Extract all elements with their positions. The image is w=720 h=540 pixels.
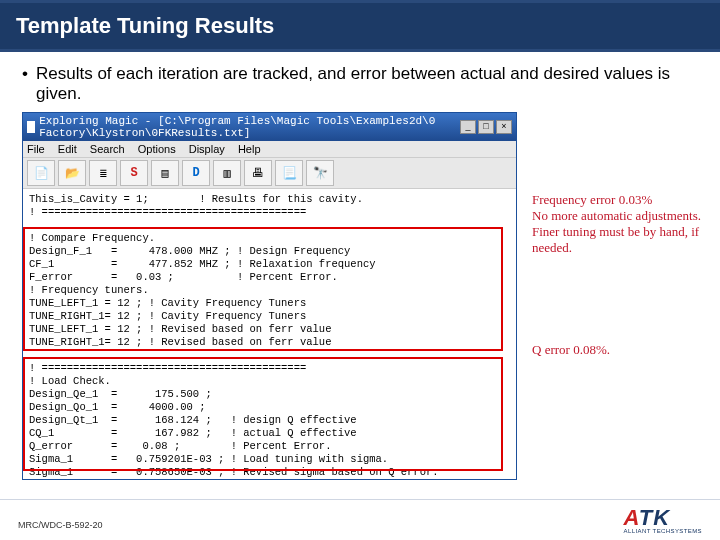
- footer-code: MRC/WDC-B-592-20: [18, 520, 103, 530]
- annotation-q: Q error 0.08%.: [532, 342, 707, 358]
- bars2-icon[interactable]: ▥: [213, 160, 241, 186]
- annotation-frequency: Frequency error 0.03% No more automatic …: [532, 192, 707, 256]
- minimize-button[interactable]: _: [460, 120, 476, 134]
- file-icon[interactable]: 📄: [27, 160, 55, 186]
- logo-rest: TK: [639, 505, 670, 530]
- text-lines: This_is_Cavity = 1; ! Results for this c…: [29, 193, 510, 479]
- bullet-dot: •: [22, 64, 36, 104]
- open-icon[interactable]: 📂: [58, 160, 86, 186]
- s-badge-icon[interactable]: S: [120, 160, 148, 186]
- list-icon[interactable]: ≣: [89, 160, 117, 186]
- slide-title: Template Tuning Results: [0, 0, 720, 52]
- print-icon[interactable]: 🖶: [244, 160, 272, 186]
- window-controls: _ □ ×: [460, 120, 512, 134]
- menu-file[interactable]: File: [27, 143, 45, 155]
- menu-display[interactable]: Display: [189, 143, 225, 155]
- maximize-button[interactable]: □: [478, 120, 494, 134]
- bullet-item: • Results of each iteration are tracked,…: [22, 64, 698, 104]
- binoculars-icon[interactable]: 🔭: [306, 160, 334, 186]
- close-button[interactable]: ×: [496, 120, 512, 134]
- app-window: Exploring Magic - [C:\Program Files\Magi…: [22, 112, 517, 480]
- company-logo: ATK ALLIANT TECHSYSTEMS: [624, 505, 702, 534]
- menu-options[interactable]: Options: [138, 143, 176, 155]
- menu-help[interactable]: Help: [238, 143, 261, 155]
- footer-rule: [0, 499, 720, 500]
- slide-body: • Results of each iteration are tracked,…: [0, 52, 720, 480]
- menu-bar: File Edit Search Options Display Help: [23, 141, 516, 158]
- slide: Template Tuning Results • Results of eac…: [0, 0, 720, 540]
- bullet-text: Results of each iteration are tracked, a…: [36, 64, 698, 104]
- toolbar: 📄 📂 ≣ S ▤ D ▥ 🖶 📃 🔭: [23, 158, 516, 189]
- d-badge-icon[interactable]: D: [182, 160, 210, 186]
- menu-search[interactable]: Search: [90, 143, 125, 155]
- logo-subtitle: ALLIANT TECHSYSTEMS: [624, 528, 702, 534]
- annotation-frequency-text: Frequency error 0.03% No more automatic …: [532, 192, 701, 255]
- window-titlebar: Exploring Magic - [C:\Program Files\Magi…: [23, 113, 516, 141]
- menu-edit[interactable]: Edit: [58, 143, 77, 155]
- bars-icon[interactable]: ▤: [151, 160, 179, 186]
- page-icon[interactable]: 📃: [275, 160, 303, 186]
- logo-prefix: A: [624, 505, 639, 530]
- window-title: Exploring Magic - [C:\Program Files\Magi…: [39, 115, 460, 139]
- text-content: This_is_Cavity = 1; ! Results for this c…: [23, 189, 516, 479]
- screenshot-area: Exploring Magic - [C:\Program Files\Magi…: [22, 112, 698, 480]
- app-icon: [27, 121, 35, 133]
